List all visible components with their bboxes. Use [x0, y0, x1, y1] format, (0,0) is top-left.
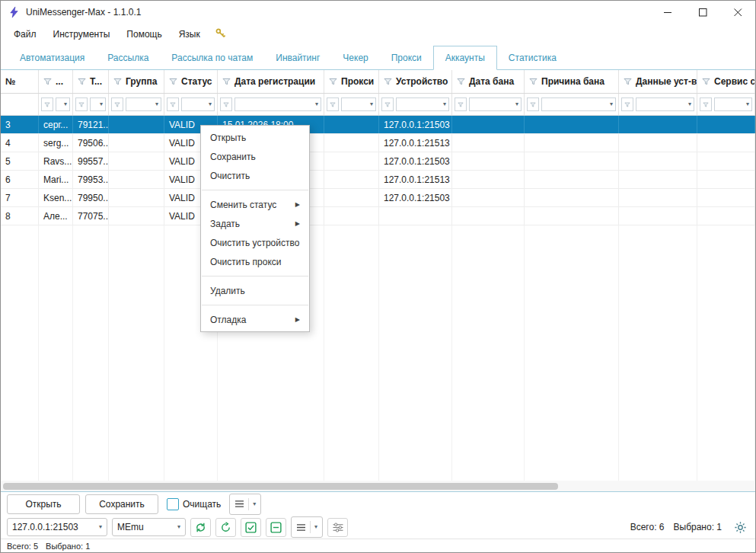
- table-row[interactable]: 7Ksen...79950...VALID127.0.0.1:21503: [1, 189, 755, 207]
- maximize-button[interactable]: [685, 1, 720, 24]
- column-header[interactable]: Прокси: [324, 70, 379, 93]
- filter-funnel-icon[interactable]: [384, 78, 392, 85]
- context-menu-item[interactable]: Сохранить: [201, 147, 309, 166]
- cell-ban_reason: [525, 207, 619, 225]
- filter-value-combo[interactable]: ▾: [636, 97, 694, 111]
- filter-funnel-icon[interactable]: [702, 78, 710, 85]
- filter-mode-button[interactable]: [621, 97, 633, 111]
- checkbox-box[interactable]: [167, 498, 179, 510]
- filter-funnel-icon[interactable]: [113, 78, 122, 85]
- table-row[interactable]: 5Ravs...99557...VALID127.0.0.1:21503: [1, 152, 755, 171]
- table-row[interactable]: 4serg...79506...VALID127.0.0.1:21513: [1, 134, 755, 152]
- column-header[interactable]: №: [1, 70, 39, 93]
- filter-mode-button[interactable]: [527, 97, 539, 111]
- filter-mode-button[interactable]: [455, 97, 467, 111]
- context-menu-item[interactable]: Сменить статус▶: [201, 195, 309, 214]
- filter-funnel-icon[interactable]: [624, 78, 632, 85]
- column-header[interactable]: Устройство: [379, 70, 452, 93]
- scrollbar-thumb[interactable]: [3, 483, 558, 490]
- filter-mode-button[interactable]: [327, 97, 339, 111]
- column-header[interactable]: Группа: [109, 70, 164, 93]
- emulator-select[interactable]: MEmu ▾: [112, 518, 186, 536]
- filter-settings-button[interactable]: [327, 518, 348, 537]
- close-button[interactable]: [720, 1, 755, 24]
- filter-value-combo[interactable]: ▾: [234, 97, 321, 111]
- filter-funnel-icon[interactable]: [329, 78, 337, 85]
- column-header[interactable]: ...: [39, 70, 73, 93]
- list-actions-menu-button[interactable]: ▾: [229, 494, 261, 515]
- deselect-button[interactable]: [266, 518, 286, 537]
- tab-8[interactable]: Статистика: [497, 46, 568, 69]
- context-menu-item[interactable]: Удалить: [201, 281, 309, 300]
- filter-funnel-icon[interactable]: [529, 78, 537, 85]
- filter-value-combo[interactable]: ▾: [396, 97, 449, 111]
- save-button[interactable]: Сохранить: [85, 494, 158, 514]
- cell-ban_reason: [525, 171, 619, 188]
- column-header[interactable]: Сервис с...: [697, 70, 755, 93]
- filter-value-combo[interactable]: ▾: [541, 97, 616, 111]
- tab-5[interactable]: Чекер: [331, 46, 379, 69]
- filter-funnel-icon[interactable]: [43, 78, 52, 85]
- column-header[interactable]: Дата регистрации: [218, 70, 324, 93]
- view-menu-button[interactable]: ▾: [291, 516, 323, 538]
- filter-mode-button[interactable]: [111, 97, 123, 111]
- menu-item-2[interactable]: Инструменты: [45, 25, 119, 43]
- context-menu-item[interactable]: Очистить: [201, 166, 309, 185]
- filter-mode-button[interactable]: [381, 97, 394, 111]
- filter-funnel-icon[interactable]: [78, 78, 86, 85]
- filter-funnel-icon[interactable]: [222, 78, 231, 85]
- filter-mode-button[interactable]: [700, 97, 712, 111]
- cell-device: 127.0.0.1:21513: [379, 171, 452, 188]
- context-menu-item[interactable]: Открыть: [201, 128, 309, 147]
- menu-item-1[interactable]: Файл: [5, 25, 45, 43]
- open-button[interactable]: Открыть: [7, 494, 80, 514]
- table-row[interactable]: 3серг...79121...VALID15.01.2026 18:00127…: [1, 116, 755, 134]
- filter-value-combo[interactable]: ▾: [56, 97, 70, 111]
- tab-2[interactable]: Рассылка: [96, 46, 160, 69]
- clear-checkbox[interactable]: Очищать: [167, 498, 221, 510]
- column-header[interactable]: Данные уст-ва: [619, 70, 697, 93]
- column-header[interactable]: Дата бана: [452, 70, 525, 93]
- selection-stats: Всего: 6 Выбрано: 1: [630, 518, 749, 536]
- empty-column: [697, 225, 755, 481]
- column-header[interactable]: Статус: [164, 70, 218, 93]
- select-all-button[interactable]: [241, 518, 261, 537]
- filter-mode-button[interactable]: [75, 97, 88, 111]
- menu-item-4[interactable]: Язык: [171, 25, 209, 43]
- context-menu-item[interactable]: Отладка▶: [201, 310, 309, 329]
- column-header[interactable]: Причина бана: [525, 70, 619, 93]
- proxy-select[interactable]: 127.0.0.1:21503 ▾: [7, 518, 107, 536]
- tab-6[interactable]: Прокси: [380, 46, 433, 69]
- settings-button[interactable]: [731, 518, 749, 536]
- filter-value-combo[interactable]: ▾: [90, 97, 106, 111]
- tab-3[interactable]: Рассылка по чатам: [160, 46, 264, 69]
- filter-cell: ▾: [218, 94, 324, 115]
- menu-item-3[interactable]: Помощь: [118, 25, 170, 43]
- filter-value-combo[interactable]: ▾: [714, 97, 752, 111]
- filter-funnel-icon[interactable]: [169, 78, 177, 85]
- context-menu-item[interactable]: Задать▶: [201, 214, 309, 233]
- tab-1[interactable]: Автоматизация: [8, 46, 96, 69]
- sync-button[interactable]: [190, 518, 211, 537]
- horizontal-scrollbar[interactable]: [1, 481, 755, 491]
- filter-mode-button[interactable]: [220, 97, 232, 111]
- filter-value-combo[interactable]: ▾: [126, 97, 161, 111]
- license-key-button[interactable]: [215, 27, 226, 41]
- filter-value-combo[interactable]: ▾: [181, 97, 215, 111]
- filter-mode-button[interactable]: [167, 97, 179, 111]
- context-menu-item[interactable]: Очистить устройство: [201, 233, 309, 252]
- tab-7[interactable]: Аккаунты: [433, 46, 497, 70]
- table-row[interactable]: 8Але...77075...VALID: [1, 207, 755, 225]
- column-header[interactable]: Т...: [73, 70, 109, 93]
- refresh-button[interactable]: [215, 518, 236, 537]
- filter-value-combo[interactable]: ▾: [341, 97, 376, 111]
- filter-mode-button[interactable]: [41, 97, 53, 111]
- filter-value-combo[interactable]: ▾: [469, 97, 522, 111]
- cell-device_data: [619, 189, 697, 206]
- context-menu-item[interactable]: Очистить прокси: [201, 252, 309, 271]
- minimize-button[interactable]: [650, 1, 685, 24]
- filter-funnel-icon[interactable]: [457, 78, 465, 85]
- table-row[interactable]: 6Mari...79953...VALID127.0.0.1:21513: [1, 171, 755, 189]
- divider: [248, 498, 249, 510]
- tab-4[interactable]: Инвайтинг: [264, 46, 331, 69]
